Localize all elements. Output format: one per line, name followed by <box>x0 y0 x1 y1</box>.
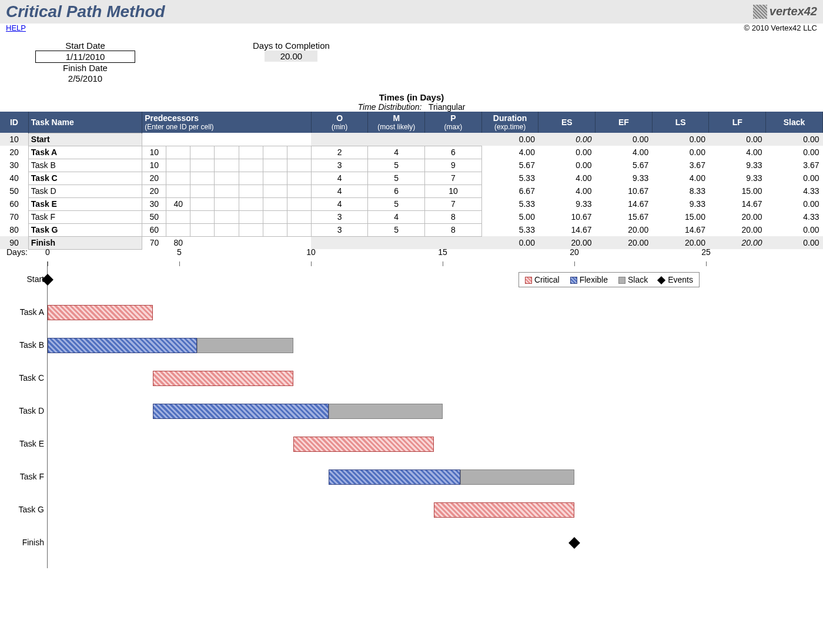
cell-M[interactable] <box>368 236 425 249</box>
cell-predecessor[interactable] <box>239 133 263 146</box>
subheader: HELP © 2010 Vertex42 LLC <box>0 24 823 36</box>
cell-predecessor[interactable] <box>287 133 311 146</box>
cell-predecessor[interactable] <box>190 172 215 185</box>
cell-predecessor[interactable]: 40 <box>166 197 190 210</box>
event-diamond-icon <box>657 276 665 284</box>
cell-taskname[interactable]: Task F <box>28 210 142 223</box>
cell-M[interactable]: 5 <box>368 197 425 210</box>
cell-predecessor[interactable]: 10 <box>142 146 166 159</box>
cell-predecessor[interactable] <box>142 133 166 146</box>
cell-predecessor[interactable]: 50 <box>142 210 166 223</box>
cell-predecessor[interactable] <box>215 197 239 210</box>
cell-P[interactable]: 9 <box>425 159 482 172</box>
cell-predecessor[interactable] <box>239 185 263 197</box>
cell-O[interactable] <box>311 133 368 146</box>
cell-predecessor[interactable] <box>215 236 239 249</box>
cell-O[interactable]: 4 <box>311 185 368 197</box>
chart-row-label: Task B <box>12 340 44 350</box>
cell-O[interactable]: 3 <box>311 159 368 172</box>
cell-predecessor[interactable] <box>239 223 263 236</box>
cell-EF: 14.67 <box>595 197 653 210</box>
cell-predecessor[interactable]: 60 <box>142 223 166 236</box>
cell-predecessor[interactable] <box>190 197 215 210</box>
cell-M[interactable]: 5 <box>368 172 425 185</box>
cell-predecessor[interactable] <box>263 197 287 210</box>
cell-predecessor[interactable]: 10 <box>142 159 166 172</box>
cell-predecessor[interactable] <box>166 159 190 172</box>
cell-predecessor[interactable] <box>239 236 263 249</box>
cell-predecessor[interactable] <box>287 172 311 185</box>
help-link[interactable]: HELP <box>6 24 26 32</box>
cell-O[interactable]: 2 <box>311 146 368 159</box>
cell-predecessor[interactable] <box>190 236 215 249</box>
cell-O[interactable]: 3 <box>311 223 368 236</box>
cell-taskname[interactable]: Task E <box>28 197 142 210</box>
cell-predecessor[interactable] <box>190 185 215 197</box>
cell-taskname[interactable]: Start <box>28 133 142 146</box>
cell-predecessor[interactable] <box>190 159 215 172</box>
cell-P[interactable]: 10 <box>425 185 482 197</box>
cell-predecessor[interactable] <box>190 146 215 159</box>
cell-P[interactable]: 7 <box>425 172 482 185</box>
start-date-input[interactable]: 1/11/2010 <box>35 51 135 63</box>
cell-predecessor[interactable] <box>239 172 263 185</box>
cell-predecessor[interactable] <box>215 185 239 197</box>
cell-P[interactable]: 8 <box>425 210 482 223</box>
cell-predecessor[interactable] <box>166 185 190 197</box>
cell-predecessor[interactable] <box>263 185 287 197</box>
cell-predecessor[interactable] <box>287 159 311 172</box>
cell-predecessor[interactable]: 20 <box>142 185 166 197</box>
cell-predecessor[interactable] <box>166 210 190 223</box>
cell-predecessor[interactable] <box>287 197 311 210</box>
cell-predecessor[interactable] <box>166 146 190 159</box>
cell-taskname[interactable]: Task D <box>28 185 142 197</box>
cell-predecessor[interactable] <box>166 172 190 185</box>
cell-taskname[interactable]: Task B <box>28 159 142 172</box>
cell-M[interactable]: 4 <box>368 210 425 223</box>
cell-predecessor[interactable] <box>263 172 287 185</box>
cell-predecessor[interactable] <box>287 146 311 159</box>
cell-predecessor[interactable] <box>263 223 287 236</box>
cell-O[interactable]: 4 <box>311 197 368 210</box>
cell-predecessor[interactable] <box>215 146 239 159</box>
cell-predecessor[interactable] <box>239 210 263 223</box>
cell-P[interactable]: 6 <box>425 146 482 159</box>
cell-predecessor[interactable] <box>215 210 239 223</box>
cell-predecessor[interactable] <box>215 133 239 146</box>
cell-M[interactable]: 6 <box>368 185 425 197</box>
cell-P[interactable] <box>425 133 482 146</box>
cell-predecessor[interactable] <box>263 159 287 172</box>
cell-predecessor[interactable] <box>166 223 190 236</box>
cell-predecessor[interactable] <box>239 197 263 210</box>
cell-P[interactable]: 7 <box>425 197 482 210</box>
cell-predecessor[interactable] <box>263 146 287 159</box>
cell-M[interactable]: 4 <box>368 146 425 159</box>
cell-predecessor[interactable]: 20 <box>142 172 166 185</box>
cell-predecessor[interactable] <box>287 223 311 236</box>
cell-O[interactable]: 3 <box>311 210 368 223</box>
cell-predecessor[interactable] <box>239 159 263 172</box>
cell-predecessor[interactable] <box>215 159 239 172</box>
cell-P[interactable]: 8 <box>425 223 482 236</box>
cell-predecessor[interactable] <box>190 133 215 146</box>
cell-predecessor[interactable] <box>215 223 239 236</box>
cell-O[interactable]: 4 <box>311 172 368 185</box>
cell-M[interactable]: 5 <box>368 159 425 172</box>
cell-predecessor[interactable] <box>190 223 215 236</box>
cell-predecessor[interactable] <box>287 185 311 197</box>
cell-predecessor[interactable] <box>239 146 263 159</box>
cell-predecessor[interactable] <box>263 236 287 249</box>
cell-predecessor[interactable] <box>263 210 287 223</box>
cell-predecessor[interactable] <box>215 172 239 185</box>
cell-taskname[interactable]: Task A <box>28 146 142 159</box>
cell-taskname[interactable]: Task C <box>28 172 142 185</box>
cell-predecessor[interactable] <box>166 133 190 146</box>
cell-predecessor[interactable] <box>287 210 311 223</box>
cell-predecessor[interactable]: 30 <box>142 197 166 210</box>
cell-predecessor[interactable] <box>263 133 287 146</box>
cell-M[interactable] <box>368 133 425 146</box>
cell-predecessor[interactable] <box>190 210 215 223</box>
cell-predecessor[interactable]: 70 <box>142 236 166 249</box>
cell-taskname[interactable]: Task G <box>28 223 142 236</box>
cell-M[interactable]: 5 <box>368 223 425 236</box>
